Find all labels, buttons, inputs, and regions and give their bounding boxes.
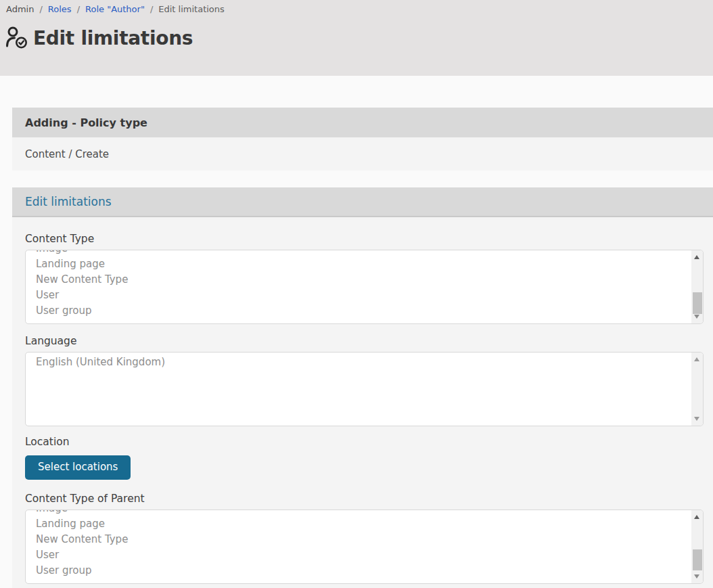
- breadcrumb-separator: /: [39, 4, 42, 14]
- scrollbar-thumb[interactable]: [693, 292, 702, 314]
- listbox-option[interactable]: Landing page: [36, 516, 689, 532]
- breadcrumb-separator: /: [77, 4, 80, 14]
- edit-limitations-section-title: Edit limitations: [25, 195, 112, 208]
- listbox-option[interactable]: Image: [36, 250, 689, 256]
- scroll-down-arrow-icon[interactable]: [694, 315, 699, 319]
- edit-limitations-section-header: Edit limitations: [12, 187, 713, 217]
- location-label: Location: [25, 436, 704, 448]
- breadcrumb-item-admin[interactable]: Admin: [6, 4, 34, 14]
- scrollbar[interactable]: [691, 250, 703, 323]
- content-type-label: Content Type: [25, 233, 704, 245]
- listbox-option[interactable]: User group: [36, 303, 689, 319]
- listbox-option[interactable]: Landing page: [36, 256, 689, 272]
- listbox-option[interactable]: User group: [36, 563, 689, 579]
- listbox-option[interactable]: Image: [36, 510, 689, 516]
- content-type-listbox[interactable]: Image Landing page New Content Type User…: [25, 250, 704, 324]
- scrollbar[interactable]: [691, 353, 703, 426]
- language-options: English (United Kingdom): [26, 353, 703, 370]
- breadcrumb-item-roles[interactable]: Roles: [48, 4, 72, 14]
- page-title-row: Edit limitations: [5, 26, 713, 50]
- listbox-option[interactable]: New Content Type: [36, 272, 689, 288]
- user-check-icon: [5, 26, 29, 50]
- content-type-options: Image Landing page New Content Type User…: [26, 250, 703, 319]
- listbox-option[interactable]: New Content Type: [36, 532, 689, 547]
- breadcrumb: Admin / Roles / Role "Author" / Edit lim…: [0, 0, 713, 14]
- scroll-down-arrow-icon[interactable]: [694, 417, 699, 421]
- policy-type-section-header: Adding - Policy type: [12, 108, 713, 137]
- policy-type-section-title: Adding - Policy type: [25, 116, 147, 129]
- content-type-of-parent-listbox[interactable]: Image Landing page New Content Type User…: [25, 510, 704, 584]
- language-label: Language: [25, 335, 704, 347]
- language-listbox[interactable]: English (United Kingdom): [25, 352, 704, 426]
- scroll-down-arrow-icon[interactable]: [694, 574, 699, 579]
- breadcrumb-item-edit-limitations: Edit limitations: [158, 4, 225, 14]
- limitations-form: Content Type Image Landing page New Cont…: [12, 217, 713, 588]
- listbox-option[interactable]: User: [36, 288, 689, 303]
- breadcrumb-separator: /: [150, 4, 153, 14]
- content-type-of-parent-label: Content Type of Parent: [25, 493, 704, 505]
- edit-limitations-section: Edit limitations Content Type Image Land…: [12, 187, 713, 588]
- scroll-up-arrow-icon[interactable]: [694, 255, 699, 259]
- listbox-option[interactable]: User: [36, 547, 689, 563]
- breadcrumb-item-role-author[interactable]: Role "Author": [85, 4, 145, 14]
- scroll-up-arrow-icon[interactable]: [694, 515, 699, 519]
- page-header: Admin / Roles / Role "Author" / Edit lim…: [0, 0, 713, 76]
- scrollbar-thumb[interactable]: [693, 549, 702, 570]
- content-type-of-parent-options: Image Landing page New Content Type User…: [26, 510, 703, 579]
- select-locations-button[interactable]: Select locations: [25, 455, 131, 480]
- scrollbar[interactable]: [691, 510, 703, 583]
- policy-type-section: Adding - Policy type Content / Create: [12, 108, 713, 171]
- page-title: Edit limitations: [33, 27, 193, 49]
- scroll-up-arrow-icon[interactable]: [694, 357, 699, 361]
- policy-type-value: Content / Create: [12, 137, 713, 171]
- listbox-option[interactable]: English (United Kingdom): [36, 355, 689, 370]
